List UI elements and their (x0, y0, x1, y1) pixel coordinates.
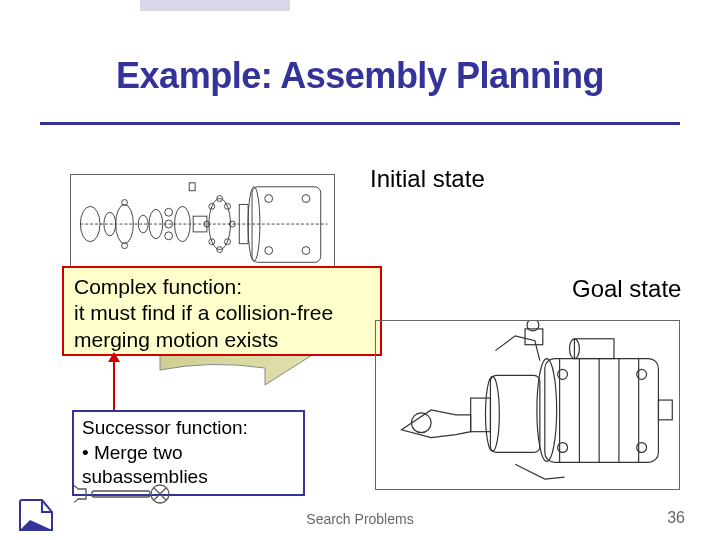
wrench-icon (74, 481, 174, 507)
callout-complex-text: Complex function: it must find if a coll… (74, 275, 333, 351)
svg-rect-50 (92, 491, 150, 497)
footer-title: Search Problems (0, 511, 720, 527)
callout-complex-function: Complex function: it must find if a coll… (62, 266, 382, 356)
svg-rect-30 (545, 359, 659, 463)
svg-point-10 (175, 206, 191, 241)
svg-point-42 (486, 376, 500, 451)
svg-point-27 (302, 247, 310, 255)
title-underline (40, 122, 680, 124)
svg-rect-29 (189, 183, 195, 191)
pointer-arrowhead-icon (108, 352, 120, 362)
svg-point-24 (265, 195, 273, 203)
svg-rect-47 (574, 339, 614, 359)
footer-page-number: 36 (667, 509, 685, 527)
figure-initial-state (70, 174, 335, 279)
slide-title: Example: Assembly Planning (0, 55, 720, 97)
figure-goal-state (375, 320, 680, 490)
label-initial-state: Initial state (370, 165, 485, 193)
svg-rect-43 (471, 398, 491, 432)
successor-line1: Successor function: (82, 416, 295, 441)
slide: Example: Assembly Planning Initial state (0, 0, 720, 540)
top-accent-bar (140, 0, 290, 11)
svg-rect-49 (658, 400, 672, 420)
pointer-line (113, 356, 115, 410)
svg-point-26 (265, 247, 273, 255)
svg-rect-41 (490, 375, 539, 452)
svg-point-25 (302, 195, 310, 203)
label-goal-state: Goal state (572, 275, 681, 303)
svg-point-9 (165, 232, 173, 240)
svg-point-7 (165, 208, 173, 216)
